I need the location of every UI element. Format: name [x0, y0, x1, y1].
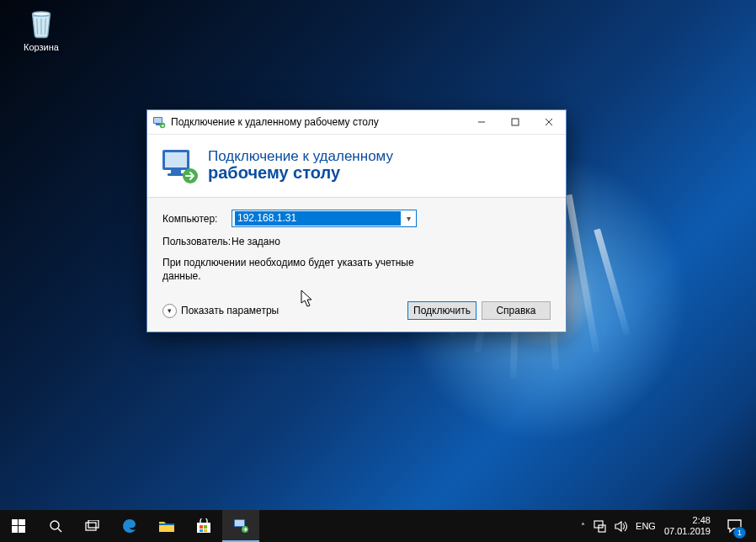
svg-rect-21: [88, 520, 98, 528]
language-indicator[interactable]: ENG: [636, 521, 656, 531]
header-line1: Подключение к удаленному: [208, 148, 393, 165]
store-icon: [196, 518, 211, 534]
chevron-down-icon[interactable]: ▾: [401, 214, 416, 223]
action-center-button[interactable]: 1: [717, 510, 751, 542]
windows-icon: [12, 519, 25, 533]
start-button[interactable]: [0, 510, 37, 542]
trash-icon: [24, 5, 59, 40]
volume-icon[interactable]: [615, 521, 627, 532]
svg-rect-16: [12, 526, 18, 533]
close-icon: [545, 118, 553, 126]
dialog-footer: ▾ Показать параметры Подключить Справка: [162, 296, 551, 320]
svg-rect-6: [512, 119, 519, 125]
dialog-header: Подключение к удаленному рабочему столу: [147, 135, 566, 198]
svg-rect-15: [19, 519, 25, 525]
network-icon[interactable]: [594, 520, 606, 533]
svg-rect-24: [200, 525, 203, 529]
titlebar[interactable]: Подключение к удаленному рабочему столу: [147, 110, 566, 135]
task-view-icon: [85, 520, 100, 532]
rdp-app-icon: [152, 115, 166, 129]
dialog-body: Компьютер: 192.168.1.31 ▾ Пользователь: …: [147, 198, 566, 332]
search-icon: [49, 519, 63, 534]
svg-rect-20: [86, 523, 96, 530]
notification-badge: 1: [733, 527, 746, 539]
show-desktop-button[interactable]: [751, 510, 756, 542]
svg-rect-26: [200, 529, 203, 532]
rdp-icon: [232, 517, 249, 534]
show-options-toggle[interactable]: ▾ Показать параметры: [162, 304, 279, 318]
task-view-button[interactable]: [74, 510, 111, 542]
clock-time: 2:48: [664, 515, 711, 526]
svg-rect-12: [168, 173, 184, 176]
computer-value: 192.168.1.31: [235, 211, 401, 226]
titlebar-text: Подключение к удаленному рабочему столу: [171, 116, 379, 128]
computer-combobox[interactable]: 192.168.1.31 ▾: [232, 210, 417, 227]
maximize-icon: [511, 118, 519, 126]
taskbar: ˄ ENG 2:48 07.01.2019 1: [0, 510, 756, 542]
svg-rect-17: [19, 526, 25, 533]
svg-rect-27: [204, 529, 207, 532]
rdp-dialog: Подключение к удаленному рабочему столу: [146, 109, 567, 332]
folder-icon: [158, 519, 175, 533]
explorer-taskbar-button[interactable]: [148, 510, 185, 542]
store-taskbar-button[interactable]: [185, 510, 222, 542]
svg-point-18: [51, 521, 59, 529]
help-button[interactable]: Справка: [482, 301, 551, 320]
header-line2: рабочему столу: [208, 163, 393, 183]
maximize-button[interactable]: [498, 110, 532, 134]
user-value: Не задано: [232, 236, 280, 247]
tray-chevron-up-icon[interactable]: ˄: [581, 522, 585, 531]
svg-rect-22: [159, 523, 174, 525]
clock-date: 07.01.2019: [664, 526, 711, 537]
svg-rect-10: [165, 152, 187, 167]
close-button[interactable]: [532, 110, 566, 134]
system-tray: ˄ ENG 2:48 07.01.2019: [574, 510, 717, 542]
rdp-taskbar-button[interactable]: [222, 510, 259, 542]
svg-rect-14: [12, 519, 18, 525]
minimize-icon: [477, 118, 486, 126]
svg-rect-3: [156, 124, 160, 125]
svg-rect-25: [204, 525, 207, 529]
minimize-button[interactable]: [465, 110, 498, 134]
svg-rect-2: [154, 118, 162, 123]
svg-rect-11: [171, 170, 181, 173]
search-button[interactable]: [37, 510, 74, 542]
credentials-hint: При подключении необходимо будет указать…: [162, 256, 432, 283]
rdp-hero-icon: [159, 145, 200, 185]
user-label: Пользователь:: [162, 236, 232, 247]
svg-point-0: [33, 12, 51, 16]
desktop[interactable]: Корзина Подключение к удаленному рабочем…: [0, 0, 756, 542]
show-options-label: Показать параметры: [181, 305, 279, 316]
expand-icon: ▾: [162, 304, 177, 318]
connect-button[interactable]: Подключить: [407, 301, 476, 320]
edge-taskbar-button[interactable]: [111, 510, 148, 542]
computer-label: Компьютер:: [162, 213, 232, 225]
svg-rect-32: [599, 525, 605, 532]
recycle-bin-icon[interactable]: Корзина: [12, 5, 71, 52]
svg-line-19: [58, 529, 61, 532]
edge-icon: [121, 518, 138, 534]
recycle-bin-label: Корзина: [12, 42, 71, 52]
svg-rect-29: [235, 520, 244, 526]
clock[interactable]: 2:48 07.01.2019: [664, 515, 714, 536]
